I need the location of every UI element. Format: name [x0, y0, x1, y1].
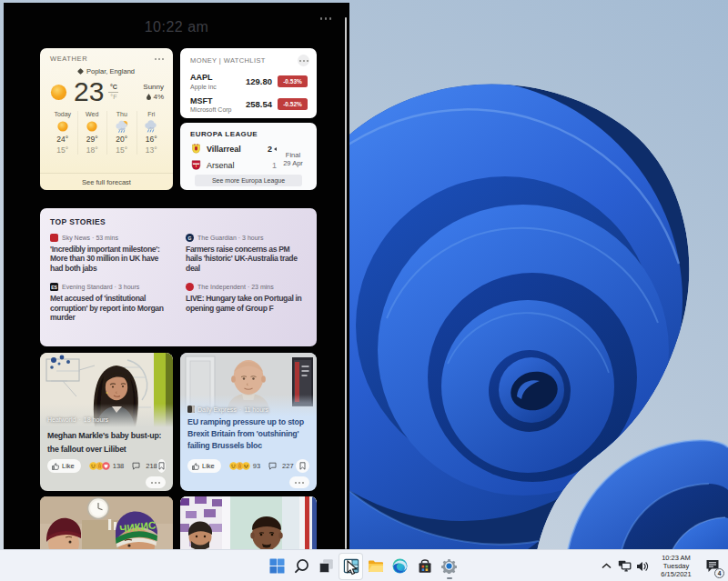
team-name: Arsenal — [207, 161, 235, 170]
see-more-europa-league-button[interactable]: See more Europa League — [195, 175, 302, 186]
notification-center-button[interactable]: 4 — [699, 550, 726, 581]
bookmark-icon — [158, 462, 165, 470]
news-source-name: Daily Express — [197, 406, 237, 413]
widgets-panel: 10:22 am WEATHER Poplar, England 23 °C °… — [4, 3, 349, 549]
volume-button[interactable] — [633, 550, 652, 581]
money-title: MONEY | WATCHLIST — [190, 56, 266, 65]
news-image-managers — [180, 496, 317, 549]
europa-league-widget[interactable]: EUROPA LEAGUE Villarreal 2 Arsenal 1 Fin… — [180, 123, 317, 190]
money-watchlist-widget[interactable]: MONEY | WATCHLIST AAPL Apple inc 129.80 … — [180, 48, 317, 118]
news-card-meghan[interactable]: Heatworld · 18 hours Meghan Markle's bab… — [40, 353, 173, 491]
meta-separator: · — [239, 406, 241, 413]
meta-separator: · — [238, 235, 240, 241]
story-headline: 'Incredibly important milestone': More t… — [50, 245, 170, 273]
search-button[interactable] — [289, 553, 314, 580]
store-button[interactable] — [412, 553, 437, 580]
see-full-forecast-link[interactable]: See full forecast — [40, 173, 173, 190]
comments-button[interactable]: 218 — [132, 462, 157, 470]
story-item-1[interactable]: Sky News · 53 mins 'Incredibly important… — [50, 234, 170, 273]
file-explorer-icon — [368, 559, 384, 574]
team-name: Villarreal — [207, 145, 241, 154]
forecast-day-thu[interactable]: Thu 20° 15° — [106, 111, 136, 155]
top-stories-widget[interactable]: TOP STORIES Sky News · 53 mins 'Incredib… — [40, 208, 317, 346]
chevron-up-icon — [602, 563, 612, 569]
news-card-photo-managers[interactable] — [180, 496, 317, 549]
sunny-icon — [56, 120, 69, 133]
news-age: 18 hours — [84, 416, 108, 423]
story-headline: LIVE: Hungary take on Portugal in openin… — [186, 294, 306, 313]
sun-icon — [50, 84, 67, 101]
tray-chevron-button[interactable] — [597, 550, 615, 581]
fahrenheit-toggle[interactable]: °F — [110, 94, 116, 100]
news-headline: EU ramping pressure up to stop Brexit Br… — [187, 416, 309, 452]
bookmark-button[interactable] — [296, 459, 309, 473]
settings-button[interactable] — [437, 553, 461, 580]
news-card-brexit[interactable]: Daily Express · 11 hours EU ramping pres… — [180, 353, 317, 491]
like-button[interactable]: Like — [187, 459, 221, 473]
meta-separator: · — [79, 416, 81, 423]
story-source: The Guardian — [197, 235, 237, 241]
news-card-menu-icon[interactable] — [289, 476, 309, 488]
forecast-day-today[interactable]: Today 24° 15° — [48, 111, 77, 155]
weather-condition: Sunny — [143, 83, 164, 91]
tray-date: 6/15/2021 — [657, 570, 695, 578]
rain-icon — [145, 120, 157, 133]
tray-clock[interactable]: 10:23 AM Tuesday 6/15/2021 — [657, 554, 695, 578]
news-source: Heatworld · 18 hours — [47, 416, 108, 423]
news-card-menu-icon[interactable] — [146, 476, 166, 488]
story-source: The Independent — [197, 284, 246, 290]
forecast-day-fri[interactable]: Fri 16° 13° — [136, 111, 167, 155]
panel-scrollbar[interactable] — [345, 17, 347, 549]
forecast-high-temp: 16° — [137, 135, 167, 144]
edge-button[interactable] — [388, 553, 412, 580]
widgets-clock: 10:22 am — [4, 19, 349, 35]
stock-company: Apple inc — [190, 84, 243, 90]
search-icon — [294, 558, 309, 574]
team-score: 2 — [263, 145, 272, 154]
news-headline: Meghan Markle's baby bust-up: the fallou… — [47, 429, 166, 456]
network-icon — [618, 560, 632, 572]
like-button[interactable]: Like — [47, 459, 81, 473]
team-score: 1 — [268, 161, 277, 170]
winner-marker-icon — [274, 147, 277, 151]
weather-menu-icon[interactable] — [155, 58, 164, 60]
reactions[interactable] — [89, 462, 110, 470]
forecast-low-temp: 15° — [107, 145, 136, 155]
network-button[interactable] — [615, 550, 633, 581]
story-item-3[interactable]: ES Evening Standard · 3 hours Met accuse… — [50, 283, 170, 322]
start-button[interactable] — [265, 553, 289, 580]
task-view-button[interactable] — [314, 553, 339, 580]
sports-title: EUROPA LEAGUE — [180, 123, 317, 138]
story-item-2[interactable]: G The Guardian · 3 hours Farmers raise c… — [186, 234, 306, 273]
like-label: Like — [62, 462, 75, 470]
forecast-high-temp: 24° — [48, 135, 77, 144]
news-card-photo-boys[interactable]: ЧИКИС — [40, 496, 173, 549]
bookmark-button[interactable] — [157, 459, 166, 473]
widgets-panel-menu-icon[interactable] — [317, 14, 336, 24]
story-meta: Evening Standard · 3 hours — [62, 284, 139, 290]
guardian-icon: G — [186, 234, 194, 242]
news-age: 11 hours — [244, 406, 268, 413]
story-source: Evening Standard — [62, 284, 113, 290]
forecast-day-name: Wed — [78, 111, 107, 117]
celsius-toggle[interactable]: °C — [110, 84, 117, 90]
stock-row-msft[interactable]: MSFT Microsoft Corp 258.54 -0.52% — [180, 96, 317, 114]
comments-button[interactable]: 227 — [268, 462, 294, 470]
file-explorer-button[interactable] — [363, 553, 388, 580]
forecast-day-name: Fri — [137, 111, 167, 117]
stock-row-aapl[interactable]: AAPL Apple inc 129.80 -0.53% — [180, 73, 317, 90]
reactions[interactable] — [229, 462, 250, 470]
stock-company: Microsoft Corp — [190, 106, 243, 113]
weather-widget[interactable]: WEATHER Poplar, England 23 °C °F Sunny 4… — [40, 48, 173, 190]
story-age: 3 hours — [118, 284, 139, 290]
story-item-4[interactable]: The Independent · 23 mins LIVE: Hungary … — [186, 283, 306, 322]
forecast-day-wed[interactable]: Wed 29° 18° — [77, 111, 107, 155]
sun-shower-icon — [116, 120, 128, 133]
forecast-day-name: Thu — [107, 111, 136, 117]
sky-news-icon — [50, 234, 58, 242]
tray-time: 10:23 AM — [657, 554, 695, 562]
volume-icon — [636, 561, 649, 572]
meta-separator: · — [248, 284, 249, 290]
money-menu-icon[interactable] — [298, 55, 309, 66]
stock-change-badge: -0.53% — [278, 75, 308, 87]
